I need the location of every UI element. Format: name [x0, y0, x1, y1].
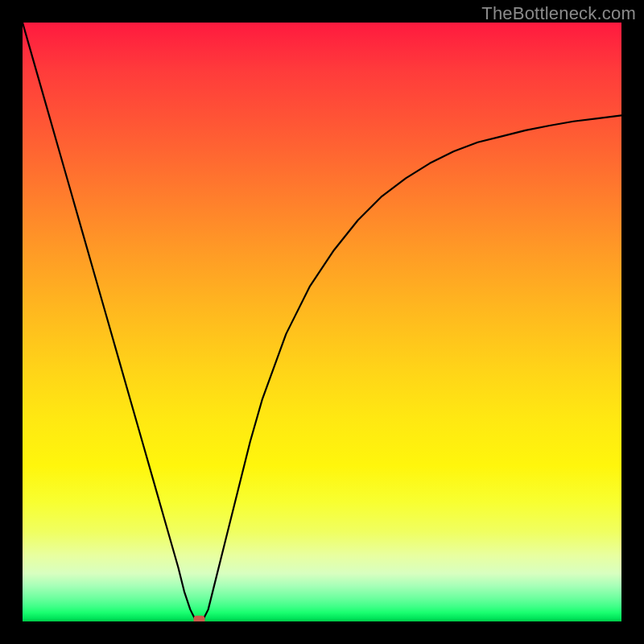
watermark-text: TheBottleneck.com [481, 3, 636, 24]
plot-area [23, 23, 621, 621]
bottleneck-curve [23, 23, 621, 621]
chart-frame: TheBottleneck.com [0, 0, 644, 644]
curve-layer [23, 23, 621, 621]
optimal-point-marker [193, 616, 204, 621]
